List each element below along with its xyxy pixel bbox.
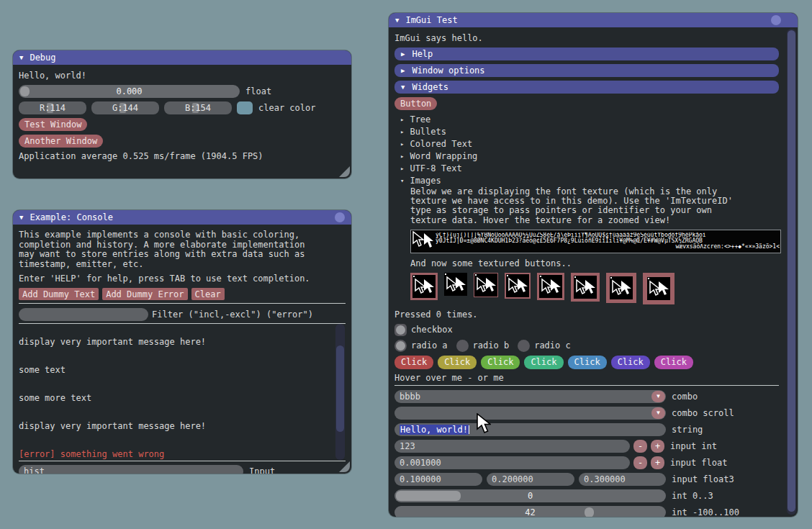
click-button[interactable]: Click bbox=[438, 356, 477, 369]
another-window-button[interactable]: Another Window bbox=[19, 135, 103, 148]
header-help[interactable]: ▶ Help bbox=[394, 48, 779, 60]
string-label: string bbox=[672, 425, 703, 435]
cursor-texture-image bbox=[412, 275, 436, 298]
float3-input-y[interactable]: 0.200000 bbox=[487, 473, 574, 486]
separator bbox=[19, 303, 346, 304]
tree-node-bullets[interactable]: ▸ Bullets bbox=[400, 126, 779, 137]
int-slider-small[interactable]: 0 bbox=[394, 489, 666, 502]
hover-tooltip-text[interactable]: Hover over me - or me bbox=[394, 373, 779, 383]
radio-b[interactable]: radio b bbox=[456, 340, 510, 352]
click-button[interactable]: Click bbox=[611, 356, 650, 369]
float3-input-z[interactable]: 0.300000 bbox=[579, 473, 666, 486]
drag-blue[interactable]: B:154 bbox=[164, 101, 232, 114]
click-button[interactable]: Click bbox=[481, 356, 520, 369]
image-button[interactable] bbox=[571, 273, 600, 302]
log-scrollbar-thumb[interactable] bbox=[336, 345, 344, 432]
int-slider-big-label: int -100..100 bbox=[672, 507, 739, 517]
fps-stats-text: Application average 0.525 ms/frame (1904… bbox=[19, 151, 346, 161]
combo-arrow-button[interactable]: ▼ bbox=[651, 391, 665, 402]
add-dummy-text-button[interactable]: Add Dummy Text bbox=[19, 288, 99, 300]
close-button[interactable] bbox=[335, 212, 345, 222]
collapse-arrow-icon[interactable]: ▼ bbox=[19, 210, 23, 225]
tree-node-colored-text[interactable]: ▸ Colored Text bbox=[400, 138, 779, 149]
radio-label: radio a bbox=[411, 340, 448, 351]
combo-scroll-select[interactable]: ▼ bbox=[394, 407, 666, 420]
radio-icon[interactable] bbox=[394, 340, 407, 352]
font-texture-image[interactable]: ýÇf}{üj()[]|%ÝBÑòÙõóÃÄÀÅÖ½¼ÙúŽŠ8éÉ/å\èÞï… bbox=[410, 230, 781, 253]
imgui-titlebar[interactable]: ▼ ImGui Test bbox=[389, 13, 798, 27]
clear-color-swatch[interactable] bbox=[237, 101, 253, 114]
log-line: [error] something went wrong bbox=[19, 450, 334, 459]
int-slider-big[interactable]: 42 bbox=[394, 506, 666, 517]
slider-value: 42 bbox=[394, 506, 666, 517]
console-log-region[interactable]: display very important message here! som… bbox=[19, 324, 346, 460]
radio-a[interactable]: radio a bbox=[394, 340, 448, 352]
float-input[interactable]: 0.001000 bbox=[394, 456, 630, 469]
image-button[interactable] bbox=[643, 273, 675, 304]
click-button[interactable]: Click bbox=[524, 356, 563, 369]
window-scrollbar-thumb[interactable] bbox=[788, 30, 795, 512]
header-window-options[interactable]: ▶ Window options bbox=[394, 64, 779, 77]
header-label: Window options bbox=[412, 65, 484, 76]
separator bbox=[19, 461, 346, 461]
log-scrollbar[interactable] bbox=[335, 324, 345, 460]
console-window: ▼ Example: Console This example implemen… bbox=[13, 210, 351, 474]
hello-text: ImGui says hello. bbox=[394, 33, 779, 43]
window-scrollbar[interactable] bbox=[787, 29, 796, 515]
image-button[interactable] bbox=[444, 273, 467, 296]
clear-button[interactable]: Clear bbox=[191, 288, 225, 300]
increment-button[interactable]: + bbox=[651, 456, 664, 469]
combo-arrow-button[interactable]: ▼ bbox=[651, 407, 665, 419]
debug-titlebar[interactable]: ▼ Debug bbox=[13, 50, 351, 65]
header-widgets[interactable]: ▼ Widgets bbox=[394, 81, 779, 94]
tree-arrow-icon: ▸ bbox=[400, 153, 404, 160]
console-command-input[interactable]: hist bbox=[19, 465, 243, 474]
greeting-text: Hello, world! bbox=[19, 71, 346, 81]
slider-value: 0 bbox=[394, 489, 666, 502]
tree-node-utf8-text[interactable]: ▸ UTF-8 Text bbox=[400, 163, 779, 173]
string-input[interactable]: Hello, world! bbox=[394, 423, 666, 436]
decrement-button[interactable]: - bbox=[633, 440, 647, 453]
tree-node-label: UTF-8 Text bbox=[410, 163, 461, 173]
tree-node-label: Colored Text bbox=[410, 139, 472, 149]
image-button[interactable] bbox=[410, 273, 438, 300]
test-window-button[interactable]: Test Window bbox=[19, 118, 87, 131]
tree-node-word-wrapping[interactable]: ▸ Word Wrapping bbox=[400, 150, 779, 161]
button-widget[interactable]: Button bbox=[394, 97, 437, 110]
combo-select[interactable]: bbbb ▼ bbox=[394, 390, 666, 403]
log-line: display very important message here! bbox=[19, 338, 334, 347]
decrement-button[interactable]: - bbox=[633, 456, 647, 469]
image-button[interactable] bbox=[537, 273, 564, 300]
window-title: ImGui Test bbox=[405, 15, 457, 25]
image-button[interactable] bbox=[606, 273, 636, 303]
radio-c[interactable]: radio c bbox=[518, 340, 571, 352]
debug-window: ▼ Debug Hello, world! 0.000 float R:114 … bbox=[13, 50, 351, 178]
float3-input-x[interactable]: 0.100000 bbox=[394, 473, 482, 486]
int-input[interactable]: 123 bbox=[394, 440, 630, 453]
text-caret bbox=[469, 425, 469, 434]
radio-icon[interactable] bbox=[518, 340, 530, 352]
collapse-arrow-icon[interactable]: ▼ bbox=[395, 13, 399, 27]
checkbox-row[interactable]: checkbox bbox=[394, 324, 779, 336]
console-titlebar[interactable]: ▼ Example: Console bbox=[13, 210, 351, 225]
drag-red[interactable]: R:114 bbox=[19, 101, 86, 114]
radio-icon[interactable] bbox=[456, 340, 469, 352]
window-title: Example: Console bbox=[30, 212, 113, 222]
close-button[interactable] bbox=[771, 15, 781, 25]
image-button[interactable] bbox=[474, 273, 498, 297]
tree-arrow-icon: ▸ bbox=[400, 116, 404, 123]
add-dummy-error-button[interactable]: Add Dummy Error bbox=[102, 288, 187, 300]
click-button[interactable]: Click bbox=[654, 356, 693, 369]
filter-input[interactable] bbox=[19, 308, 148, 321]
float-slider[interactable]: 0.000 bbox=[19, 85, 240, 98]
images-description-text: Below we are displaying the font texture… bbox=[410, 187, 779, 225]
click-button[interactable]: Click bbox=[568, 356, 607, 369]
collapse-arrow-icon[interactable]: ▼ bbox=[19, 50, 23, 65]
image-button[interactable] bbox=[505, 273, 531, 299]
checkbox-icon[interactable] bbox=[394, 324, 407, 336]
drag-green[interactable]: G:144 bbox=[91, 101, 159, 114]
increment-button[interactable]: + bbox=[651, 440, 664, 453]
click-button[interactable]: Click bbox=[394, 356, 433, 369]
tree-node-tree[interactable]: ▸ Tree bbox=[400, 114, 779, 125]
tree-node-images[interactable]: ▾ Images bbox=[400, 175, 779, 186]
